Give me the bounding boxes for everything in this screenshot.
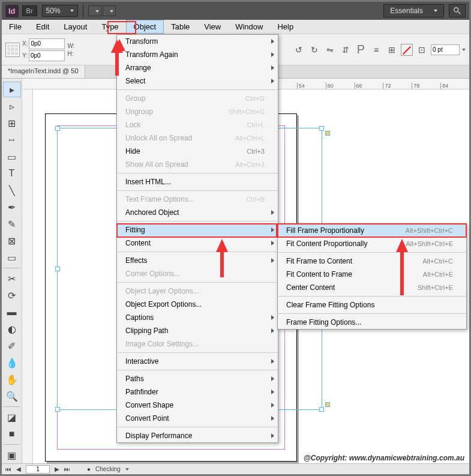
chevron-down-icon xyxy=(434,10,437,12)
menu-item-lock: LockCtrl+L xyxy=(117,118,278,131)
gradient-feather-tool[interactable]: ◐ xyxy=(3,321,21,337)
menu-item-corner-options: Corner Options... xyxy=(117,267,278,280)
screen-mode-button[interactable] xyxy=(88,5,101,16)
submenu-item-fit-content-to-frame[interactable]: Fit Content to FrameAlt+Ctrl+E xyxy=(278,268,466,281)
document-tab[interactable]: *ImageInText.indd @ 50 xyxy=(2,65,85,78)
bridge-button[interactable]: Br xyxy=(22,5,37,16)
menu-item-effects[interactable]: Effects xyxy=(117,254,278,267)
menu-item-content[interactable]: Content xyxy=(117,236,278,250)
stroke-weight-icon: ⊡ xyxy=(415,43,428,56)
rotate-cw-icon[interactable]: ↻ xyxy=(308,43,321,56)
pencil-tool[interactable]: ✎ xyxy=(3,216,21,232)
app-logo: Id xyxy=(5,5,19,17)
align-icon[interactable]: ≡ xyxy=(370,43,383,56)
arrange-documents-button[interactable] xyxy=(103,5,116,16)
submenu-item-fill-frame-proportionally[interactable]: Fill Frame ProportionallyAlt+Shift+Ctrl+… xyxy=(278,224,466,237)
zoom-tool[interactable]: 🔍 xyxy=(3,388,21,404)
object-menu-dropdown: TransformTransform AgainArrangeSelectGro… xyxy=(116,34,278,443)
menu-item-transform-again[interactable]: Transform Again xyxy=(117,48,278,61)
submenu-item-clear-frame-fitting-options[interactable]: Clear Frame Fitting Options xyxy=(278,298,466,312)
page-nav-last-icon[interactable]: ⏭ xyxy=(64,466,70,472)
workspace-switcher[interactable]: Essentials xyxy=(383,4,444,17)
page-nav-first-icon[interactable]: ⏮ xyxy=(5,466,11,472)
menu-item-interactive[interactable]: Interactive xyxy=(117,355,278,368)
search-button[interactable] xyxy=(449,4,466,17)
vertical-ruler xyxy=(22,89,33,463)
page-number-input[interactable] xyxy=(26,465,50,474)
menu-item-text-frame-options: Text Frame Options...Ctrl+B xyxy=(117,193,278,206)
flip-vertical-icon[interactable]: ⇵ xyxy=(339,43,352,56)
stroke-weight-input[interactable] xyxy=(431,44,460,55)
menu-item-pathfinder[interactable]: Pathfinder xyxy=(117,385,278,399)
line-tool[interactable]: ╲ xyxy=(3,182,21,198)
free-transform-tool[interactable]: ⟳ xyxy=(3,288,21,303)
menu-item-transform[interactable]: Transform xyxy=(117,35,278,48)
gap-tool[interactable]: ↔ xyxy=(3,132,21,148)
y-label: Y: xyxy=(22,52,28,59)
selection-tool[interactable]: ▸ xyxy=(3,82,21,97)
menu-table[interactable]: Table xyxy=(164,20,197,34)
hand-tool[interactable]: ✋ xyxy=(3,372,21,387)
menu-file[interactable]: File xyxy=(2,20,29,34)
flip-horizontal-icon[interactable]: ⇋ xyxy=(323,43,337,56)
w-label: W: xyxy=(67,43,74,49)
app-top-bar: Id Br 50% Essentials xyxy=(2,2,469,20)
y-position-input[interactable] xyxy=(29,50,65,61)
page-nav-next-icon[interactable]: ▶ xyxy=(55,466,59,472)
menu-item-clipping-path[interactable]: Clipping Path xyxy=(117,324,278,337)
zoom-value: 50% xyxy=(46,7,61,15)
fill-stroke-toggle[interactable]: ◪ xyxy=(3,409,21,425)
menu-layout[interactable]: Layout xyxy=(56,20,94,34)
direct-selection-tool[interactable]: ▹ xyxy=(3,98,21,114)
menu-item-convert-point[interactable]: Convert Point xyxy=(117,412,278,425)
menu-item-object-export-options[interactable]: Object Export Options... xyxy=(117,298,278,311)
menu-item-anchored-object[interactable]: Anchored Object xyxy=(117,206,278,219)
submenu-item-center-content[interactable]: Center ContentShift+Ctrl+E xyxy=(278,281,466,294)
pen-tool[interactable]: ✒ xyxy=(3,199,21,215)
page-tool[interactable]: ⊞ xyxy=(3,115,21,131)
menu-item-select[interactable]: Select xyxy=(117,74,278,88)
rectangle-tool[interactable]: ▭ xyxy=(3,250,21,265)
menu-item-captions[interactable]: Captions xyxy=(117,311,278,324)
distribute-icon[interactable]: ⊞ xyxy=(385,43,398,56)
chevron-down-icon xyxy=(70,10,74,12)
submenu-item-frame-fitting-options[interactable]: Frame Fitting Options... xyxy=(278,316,466,329)
menu-item-display-performance[interactable]: Display Performance xyxy=(117,429,278,442)
menu-type[interactable]: Type xyxy=(94,20,125,34)
gradient-swatch-tool[interactable]: ▬ xyxy=(3,304,21,320)
zoom-level-dropdown[interactable]: 50% xyxy=(42,5,78,17)
menu-item-insert-html[interactable]: Insert HTML... xyxy=(117,175,278,188)
menu-edit[interactable]: Edit xyxy=(29,20,56,34)
type-tool[interactable]: T xyxy=(3,166,21,181)
reference-point-grid[interactable] xyxy=(5,43,20,57)
chevron-down-icon[interactable] xyxy=(462,49,466,51)
preflight-status[interactable]: Checking xyxy=(95,466,121,472)
copyright-text: @Copyright: www.dynamicwebtraining.com.a… xyxy=(304,454,464,462)
submenu-item-fit-frame-to-content[interactable]: Fit Frame to ContentAlt+Ctrl+C xyxy=(278,255,466,268)
fill-swatch[interactable] xyxy=(401,44,413,56)
menu-item-convert-shape[interactable]: Convert Shape xyxy=(117,399,278,412)
menu-view[interactable]: View xyxy=(197,20,228,34)
menu-item-paths[interactable]: Paths xyxy=(117,372,278,385)
scissors-tool[interactable]: ✂ xyxy=(3,271,21,286)
rotate-ccw-icon[interactable]: ↺ xyxy=(292,43,305,56)
x-position-input[interactable] xyxy=(29,38,65,49)
content-collector-tool[interactable]: ▭ xyxy=(3,149,21,164)
submenu-item-fit-content-proportionally[interactable]: Fit Content ProportionallyAlt+Shift+Ctrl… xyxy=(278,237,466,250)
menu-item-fitting[interactable]: Fitting xyxy=(117,223,278,236)
eyedropper-tool[interactable]: 💧 xyxy=(3,355,21,370)
apply-color-icon[interactable]: ■ xyxy=(3,426,21,442)
menu-item-arrange[interactable]: Arrange xyxy=(117,61,278,74)
status-bar: ⏮ ◀ ▶ ⏭ ● Checking xyxy=(2,463,469,474)
svg-line-1 xyxy=(458,11,460,14)
p-icon: P xyxy=(357,43,365,56)
menu-object[interactable]: Object xyxy=(126,20,164,34)
menu-window[interactable]: Window xyxy=(228,20,270,34)
page-nav-prev-icon[interactable]: ◀ xyxy=(16,466,21,472)
menu-help[interactable]: Help xyxy=(270,20,301,34)
menu-item-hide[interactable]: HideCtrl+3 xyxy=(117,145,278,158)
rectangle-frame-tool[interactable]: ⊠ xyxy=(3,233,21,249)
note-tool[interactable]: ✐ xyxy=(3,338,21,354)
chevron-down-icon[interactable] xyxy=(125,468,129,471)
screen-mode-icon[interactable]: ▣ xyxy=(3,447,21,463)
